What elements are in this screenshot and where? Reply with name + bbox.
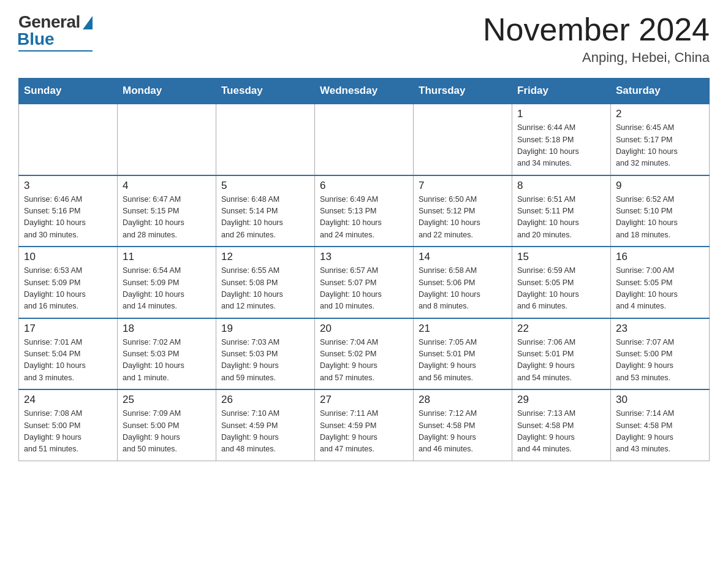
day-number: 12 [221, 251, 309, 263]
day-number: 24 [24, 394, 112, 406]
day-info: Sunrise: 6:46 AM Sunset: 5:16 PM Dayligh… [24, 194, 112, 242]
calendar-cell [315, 104, 414, 175]
calendar-cell: 23Sunrise: 7:07 AM Sunset: 5:00 PM Dayli… [611, 318, 710, 390]
calendar-cell [216, 104, 315, 175]
day-number: 19 [221, 323, 309, 335]
day-number: 4 [123, 180, 211, 192]
calendar-cell: 18Sunrise: 7:02 AM Sunset: 5:03 PM Dayli… [118, 318, 216, 390]
day-info: Sunrise: 7:07 AM Sunset: 5:00 PM Dayligh… [616, 337, 704, 385]
calendar-cell: 10Sunrise: 6:53 AM Sunset: 5:09 PM Dayli… [19, 247, 118, 318]
calendar-cell: 5Sunrise: 6:48 AM Sunset: 5:14 PM Daylig… [216, 175, 315, 247]
day-number: 20 [320, 323, 408, 335]
day-number: 28 [419, 394, 507, 406]
day-info: Sunrise: 6:54 AM Sunset: 5:09 PM Dayligh… [123, 265, 211, 313]
calendar-cell: 4Sunrise: 6:47 AM Sunset: 5:15 PM Daylig… [118, 175, 216, 247]
day-number: 29 [517, 394, 605, 406]
day-info: Sunrise: 6:55 AM Sunset: 5:08 PM Dayligh… [221, 265, 309, 313]
day-info: Sunrise: 7:04 AM Sunset: 5:02 PM Dayligh… [320, 337, 408, 385]
calendar-cell: 24Sunrise: 7:08 AM Sunset: 5:00 PM Dayli… [19, 389, 118, 461]
day-number: 18 [123, 323, 211, 335]
day-number: 7 [419, 180, 507, 192]
week-row-5: 24Sunrise: 7:08 AM Sunset: 5:00 PM Dayli… [19, 389, 710, 461]
day-info: Sunrise: 6:51 AM Sunset: 5:11 PM Dayligh… [517, 194, 605, 242]
calendar-cell: 9Sunrise: 6:52 AM Sunset: 5:10 PM Daylig… [611, 175, 710, 247]
weekday-header-sunday: Sunday [19, 79, 118, 104]
calendar-cell: 15Sunrise: 6:59 AM Sunset: 5:05 PM Dayli… [512, 247, 611, 318]
day-info: Sunrise: 7:00 AM Sunset: 5:05 PM Dayligh… [616, 265, 704, 313]
calendar-cell: 29Sunrise: 7:13 AM Sunset: 4:58 PM Dayli… [512, 389, 611, 461]
week-row-2: 3Sunrise: 6:46 AM Sunset: 5:16 PM Daylig… [19, 175, 710, 247]
day-number: 17 [24, 323, 112, 335]
day-number: 10 [24, 251, 112, 263]
day-info: Sunrise: 6:47 AM Sunset: 5:15 PM Dayligh… [123, 194, 211, 242]
weekday-header-wednesday: Wednesday [315, 79, 414, 104]
calendar-cell: 13Sunrise: 6:57 AM Sunset: 5:07 PM Dayli… [315, 247, 414, 318]
day-info: Sunrise: 6:57 AM Sunset: 5:07 PM Dayligh… [320, 265, 408, 313]
calendar-cell: 8Sunrise: 6:51 AM Sunset: 5:11 PM Daylig… [512, 175, 611, 247]
day-info: Sunrise: 6:48 AM Sunset: 5:14 PM Dayligh… [221, 194, 309, 242]
week-row-3: 10Sunrise: 6:53 AM Sunset: 5:09 PM Dayli… [19, 247, 710, 318]
day-info: Sunrise: 6:44 AM Sunset: 5:18 PM Dayligh… [517, 122, 605, 170]
location-text: Anping, Hebei, China [483, 50, 710, 66]
weekday-header-tuesday: Tuesday [216, 79, 315, 104]
weekday-header-friday: Friday [512, 79, 611, 104]
calendar-table: SundayMondayTuesdayWednesdayThursdayFrid… [18, 78, 710, 461]
day-number: 8 [517, 180, 605, 192]
logo: General Blue [18, 12, 93, 52]
day-number: 25 [123, 394, 211, 406]
day-number: 2 [616, 108, 704, 120]
day-number: 5 [221, 180, 309, 192]
day-number: 27 [320, 394, 408, 406]
day-info: Sunrise: 6:52 AM Sunset: 5:10 PM Dayligh… [616, 194, 704, 242]
calendar-cell: 26Sunrise: 7:10 AM Sunset: 4:59 PM Dayli… [216, 389, 315, 461]
calendar-cell [19, 104, 118, 175]
day-info: Sunrise: 6:53 AM Sunset: 5:09 PM Dayligh… [24, 265, 112, 313]
calendar-cell: 25Sunrise: 7:09 AM Sunset: 5:00 PM Dayli… [118, 389, 216, 461]
day-info: Sunrise: 7:09 AM Sunset: 5:00 PM Dayligh… [123, 408, 211, 456]
weekday-header-monday: Monday [118, 79, 216, 104]
logo-underline [18, 50, 93, 52]
day-info: Sunrise: 6:50 AM Sunset: 5:12 PM Dayligh… [419, 194, 507, 242]
calendar-cell: 16Sunrise: 7:00 AM Sunset: 5:05 PM Dayli… [611, 247, 710, 318]
day-number: 6 [320, 180, 408, 192]
week-row-4: 17Sunrise: 7:01 AM Sunset: 5:04 PM Dayli… [19, 318, 710, 390]
month-title: November 2024 [483, 12, 710, 47]
day-number: 23 [616, 323, 704, 335]
day-info: Sunrise: 7:05 AM Sunset: 5:01 PM Dayligh… [419, 337, 507, 385]
day-info: Sunrise: 7:08 AM Sunset: 5:00 PM Dayligh… [24, 408, 112, 456]
logo-triangle-icon [83, 16, 93, 29]
day-number: 14 [419, 251, 507, 263]
week-row-1: 1Sunrise: 6:44 AM Sunset: 5:18 PM Daylig… [19, 104, 710, 175]
weekday-header-row: SundayMondayTuesdayWednesdayThursdayFrid… [19, 79, 710, 104]
title-block: November 2024 Anping, Hebei, China [483, 12, 710, 66]
day-info: Sunrise: 7:14 AM Sunset: 4:58 PM Dayligh… [616, 408, 704, 456]
day-info: Sunrise: 6:49 AM Sunset: 5:13 PM Dayligh… [320, 194, 408, 242]
calendar-cell: 28Sunrise: 7:12 AM Sunset: 4:58 PM Dayli… [414, 389, 512, 461]
day-number: 22 [517, 323, 605, 335]
day-number: 3 [24, 180, 112, 192]
calendar-cell: 6Sunrise: 6:49 AM Sunset: 5:13 PM Daylig… [315, 175, 414, 247]
calendar-cell: 11Sunrise: 6:54 AM Sunset: 5:09 PM Dayli… [118, 247, 216, 318]
day-number: 16 [616, 251, 704, 263]
calendar-cell: 1Sunrise: 6:44 AM Sunset: 5:18 PM Daylig… [512, 104, 611, 175]
day-number: 9 [616, 180, 704, 192]
day-number: 13 [320, 251, 408, 263]
weekday-header-saturday: Saturday [611, 79, 710, 104]
day-info: Sunrise: 7:12 AM Sunset: 4:58 PM Dayligh… [419, 408, 507, 456]
calendar-cell: 27Sunrise: 7:11 AM Sunset: 4:59 PM Dayli… [315, 389, 414, 461]
page-header: General Blue November 2024 Anping, Hebei… [18, 12, 710, 66]
day-info: Sunrise: 6:58 AM Sunset: 5:06 PM Dayligh… [419, 265, 507, 313]
calendar-cell: 22Sunrise: 7:06 AM Sunset: 5:01 PM Dayli… [512, 318, 611, 390]
calendar-cell: 21Sunrise: 7:05 AM Sunset: 5:01 PM Dayli… [414, 318, 512, 390]
calendar-cell: 30Sunrise: 7:14 AM Sunset: 4:58 PM Dayli… [611, 389, 710, 461]
calendar-cell: 3Sunrise: 6:46 AM Sunset: 5:16 PM Daylig… [19, 175, 118, 247]
calendar-cell [118, 104, 216, 175]
calendar-cell: 2Sunrise: 6:45 AM Sunset: 5:17 PM Daylig… [611, 104, 710, 175]
day-info: Sunrise: 7:10 AM Sunset: 4:59 PM Dayligh… [221, 408, 309, 456]
weekday-header-thursday: Thursday [414, 79, 512, 104]
day-number: 15 [517, 251, 605, 263]
day-number: 30 [616, 394, 704, 406]
day-number: 21 [419, 323, 507, 335]
calendar-cell: 12Sunrise: 6:55 AM Sunset: 5:08 PM Dayli… [216, 247, 315, 318]
day-number: 1 [517, 108, 605, 120]
